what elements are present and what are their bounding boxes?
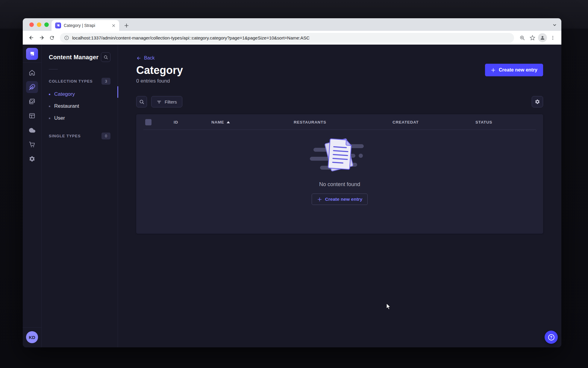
- sidebar-search-button[interactable]: [101, 52, 110, 62]
- sidebar-item-label: Category: [54, 91, 75, 97]
- table-settings-button[interactable]: [532, 96, 543, 107]
- url-text[interactable]: localhost:1337/admin/content-manager/col…: [72, 35, 310, 40]
- rail-bottom-divider: [23, 327, 41, 328]
- maximize-window-button[interactable]: [44, 22, 49, 27]
- sidebar-divider: [49, 69, 58, 69]
- arrow-left-icon: [136, 56, 141, 61]
- sort-asc-icon: [227, 121, 230, 123]
- sidebar-scrollbar-thumb[interactable]: [117, 86, 118, 98]
- collection-types-list: Category Restaurant User: [49, 88, 110, 124]
- main-content: Back Category Create new entry 0 entries…: [118, 45, 561, 347]
- media-library-icon[interactable]: [26, 95, 38, 107]
- rail-divider: [23, 62, 41, 63]
- home-icon[interactable]: [26, 67, 38, 79]
- collection-types-section: COLLECTION TYPES 3: [49, 78, 110, 85]
- help-button[interactable]: ?: [545, 331, 558, 344]
- sidebar-item-user[interactable]: User: [49, 112, 110, 124]
- entries-count: 0 entries found: [136, 78, 543, 84]
- collection-types-label: COLLECTION TYPES: [49, 79, 93, 83]
- filters-label: Filters: [165, 99, 177, 104]
- tab-close-icon[interactable]: [111, 23, 116, 28]
- collection-types-count-badge: 3: [101, 78, 110, 85]
- search-icon: [139, 99, 144, 104]
- browser-profile-avatar[interactable]: [537, 33, 548, 43]
- search-icon: [104, 55, 108, 60]
- sidebar-item-label: Restaurant: [54, 103, 79, 109]
- strapi-favicon-icon: [55, 22, 61, 28]
- empty-create-new-entry-label: Create new entry: [325, 197, 363, 202]
- sidebar-title: Content Manager: [49, 54, 98, 61]
- close-window-button[interactable]: [29, 22, 34, 27]
- single-types-count-badge: 0: [101, 133, 110, 139]
- browser-toolbar: localhost:1337/admin/content-manager/col…: [23, 31, 561, 45]
- content-type-builder-icon[interactable]: [26, 110, 38, 122]
- tab-search-chevron-icon[interactable]: [551, 22, 558, 28]
- forward-nav-icon[interactable]: [37, 33, 47, 43]
- create-new-entry-button[interactable]: Create new entry: [485, 64, 543, 76]
- tab-title: Category | Strapi: [64, 23, 108, 28]
- empty-documents-illustration: [310, 136, 370, 174]
- settings-gear-icon[interactable]: [26, 153, 38, 165]
- back-nav-icon[interactable]: [26, 33, 37, 43]
- info-icon[interactable]: [64, 35, 69, 40]
- single-types-section: SINGLE TYPES 0: [49, 133, 110, 139]
- create-new-entry-label: Create new entry: [499, 67, 537, 73]
- main-nav-rail: KD: [23, 45, 42, 347]
- content-manager-feather-icon[interactable]: [26, 81, 38, 93]
- deployments-cloud-icon[interactable]: [26, 124, 38, 136]
- zoom-page-icon[interactable]: [517, 33, 527, 43]
- marketplace-cart-icon[interactable]: [26, 139, 38, 150]
- url-bar[interactable]: localhost:1337/admin/content-manager/col…: [60, 33, 514, 43]
- window-controls: [29, 22, 49, 27]
- question-mark-icon: ?: [548, 334, 554, 340]
- browser-tab-strip: Category | Strapi: [23, 18, 561, 31]
- column-header-restaurants[interactable]: RESTAURANTS: [294, 120, 326, 124]
- browser-menu-kebab-icon[interactable]: [548, 33, 558, 43]
- table-search-button[interactable]: [136, 96, 147, 107]
- column-header-name-label: NAME: [211, 120, 224, 124]
- plus-icon: [491, 68, 496, 73]
- back-link[interactable]: Back: [136, 55, 543, 61]
- browser-window: Category | Strapi localhost:1337/admin/c…: [23, 18, 561, 347]
- content-manager-sidebar: Content Manager COLLECTION TYPES 3 Categ…: [42, 45, 118, 347]
- browser-tab[interactable]: Category | Strapi: [51, 20, 119, 31]
- column-header-name[interactable]: NAME: [211, 120, 230, 124]
- sidebar-item-label: User: [54, 115, 65, 121]
- single-types-label: SINGLE TYPES: [49, 134, 81, 138]
- gear-icon: [535, 99, 540, 104]
- column-header-status[interactable]: STATUS: [475, 120, 492, 124]
- column-header-id[interactable]: ID: [174, 120, 178, 124]
- filters-button[interactable]: Filters: [151, 96, 182, 107]
- sidebar-item-category[interactable]: Category: [49, 88, 110, 100]
- plus-icon: [317, 197, 322, 202]
- bookmark-star-icon[interactable]: [527, 33, 537, 43]
- empty-state: No content found Create new entry: [136, 130, 543, 205]
- select-all-checkbox[interactable]: [145, 119, 151, 125]
- user-avatar[interactable]: KD: [26, 331, 38, 343]
- filter-icon: [157, 99, 162, 104]
- empty-create-new-entry-button[interactable]: Create new entry: [312, 194, 368, 205]
- reload-icon[interactable]: [47, 33, 57, 43]
- bullet-icon: [49, 118, 50, 119]
- page-title: Category: [136, 64, 183, 77]
- minimize-window-button[interactable]: [37, 22, 41, 27]
- table-header-row: ID NAME RESTAURANTS CREATEDAT STATUS: [136, 114, 543, 130]
- new-tab-button[interactable]: [122, 21, 131, 30]
- strapi-app: KD Content Manager COLLECTION TYPES 3 Ca…: [23, 45, 561, 347]
- empty-state-message: No content found: [319, 181, 360, 188]
- sidebar-item-restaurant[interactable]: Restaurant: [49, 100, 110, 112]
- bullet-icon: [49, 106, 50, 107]
- back-label[interactable]: Back: [144, 55, 155, 61]
- column-header-createdat[interactable]: CREATEDAT: [392, 120, 419, 124]
- strapi-logo-icon[interactable]: [26, 48, 38, 60]
- bullet-icon: [49, 94, 50, 95]
- entries-table: ID NAME RESTAURANTS CREATEDAT STATUS: [136, 114, 543, 234]
